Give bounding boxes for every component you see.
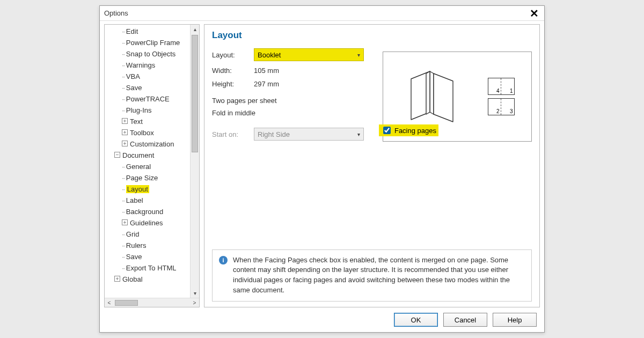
tree-item-customization[interactable]: Customization (114, 138, 190, 150)
window-title: Options (104, 9, 128, 17)
tree-item-powerclip-frame[interactable]: PowerClip Frame (114, 37, 190, 48)
tree-item-background[interactable]: Background (114, 206, 190, 217)
category-tree[interactable]: EditPowerClip FrameSnap to ObjectsWarnin… (105, 25, 190, 298)
info-icon: i (219, 256, 228, 264)
tree-item-text[interactable]: Text (114, 116, 190, 127)
booklet-icon (400, 67, 465, 126)
scroll-right-icon[interactable]: > (190, 300, 199, 306)
layout-dropdown[interactable]: Booklet ▾ (254, 48, 364, 61)
tree-item-global[interactable]: Global (107, 274, 190, 285)
tree-item-export-to-html[interactable]: Export To HTML (114, 262, 190, 274)
thumb-page: 4 (488, 78, 501, 94)
page-thumbnails: 4 1 2 3 (488, 78, 515, 115)
layout-label: Layout: (212, 51, 254, 59)
info-note: i When the Facing Pages check box is ena… (212, 249, 532, 302)
tree-item-page-size[interactable]: Page Size (114, 172, 190, 183)
scroll-up-icon[interactable]: ▴ (191, 25, 199, 34)
thumb-page: 3 (501, 99, 514, 115)
tree-item-label[interactable]: Label (114, 195, 190, 206)
scroll-left-icon[interactable]: < (105, 300, 114, 306)
height-value: 297 mm (254, 80, 279, 88)
starton-dropdown: Right Side ▾ (254, 128, 364, 141)
tree-item-warnings[interactable]: Warnings (114, 60, 190, 71)
tree-item-snap-to-objects[interactable]: Snap to Objects (114, 48, 190, 60)
thumb-page: 1 (501, 78, 514, 94)
tree-item-rulers[interactable]: Rulers (114, 240, 190, 251)
thumb-page: 2 (488, 99, 501, 115)
layout-panel: Layout Layout: Booklet ▾ Width: 105 mm H… (204, 24, 540, 307)
scroll-thumb[interactable] (192, 35, 198, 152)
tree-vertical-scrollbar[interactable]: ▴ ▾ (190, 25, 199, 298)
tree-item-document[interactable]: Document (107, 150, 190, 161)
options-dialog: Options ✕ EditPowerClip FrameSnap to Obj… (99, 5, 545, 333)
layout-dropdown-value: Booklet (258, 51, 281, 59)
width-value: 105 mm (254, 67, 279, 75)
tree-item-layout[interactable]: Layout (114, 183, 190, 195)
facing-pages-checkbox[interactable]: Facing pages (379, 124, 438, 136)
info-text: When the Facing Pages check box is enabl… (233, 255, 525, 296)
starton-dropdown-value: Right Side (258, 130, 290, 138)
tree-item-plug-ins[interactable]: Plug-Ins (114, 105, 190, 116)
dialog-button-bar: OK Cancel Help (100, 307, 544, 332)
starton-label: Start on: (212, 130, 254, 138)
facing-pages-label: Facing pages (394, 127, 436, 135)
tree-item-save[interactable]: Save (114, 251, 190, 262)
tree-item-vba[interactable]: VBA (114, 71, 190, 82)
cancel-button[interactable]: Cancel (443, 313, 487, 327)
tree-item-general[interactable]: General (114, 161, 190, 172)
panel-heading: Layout (212, 30, 532, 41)
close-icon[interactable]: ✕ (528, 8, 541, 19)
tree-horizontal-scrollbar[interactable]: < > (105, 298, 199, 307)
category-tree-pane: EditPowerClip FrameSnap to ObjectsWarnin… (104, 24, 200, 307)
facing-pages-input[interactable] (383, 127, 391, 134)
chevron-down-icon: ▾ (357, 131, 360, 137)
tree-item-toolbox[interactable]: Toolbox (114, 127, 190, 138)
width-label: Width: (212, 67, 254, 75)
tree-item-guidelines[interactable]: Guidelines (114, 217, 190, 229)
chevron-down-icon: ▾ (357, 52, 360, 58)
scroll-down-icon[interactable]: ▾ (191, 289, 199, 298)
ok-button[interactable]: OK (394, 313, 438, 327)
height-label: Height: (212, 80, 254, 88)
tree-item-grid[interactable]: Grid (114, 229, 190, 240)
tree-item-edit[interactable]: Edit (114, 26, 190, 37)
scroll-thumb-h[interactable] (115, 300, 138, 306)
tree-item-save[interactable]: Save (114, 82, 190, 93)
help-button[interactable]: Help (493, 313, 537, 327)
tree-item-powertrace[interactable]: PowerTRACE (114, 93, 190, 105)
titlebar: Options ✕ (100, 6, 544, 21)
